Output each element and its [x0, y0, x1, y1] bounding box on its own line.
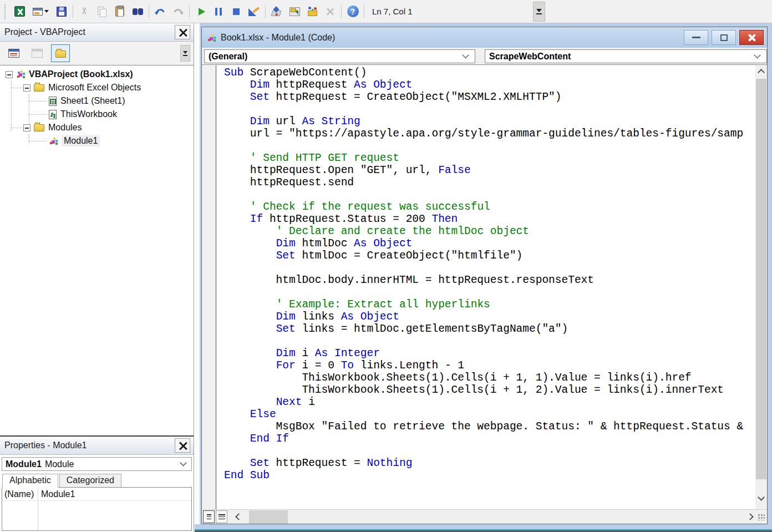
code-line: ThisWorkbook.Sheets(1).Cells(i + 1, 1).V…	[224, 372, 755, 384]
code-line: Dim url As String	[224, 115, 755, 128]
close-window-button[interactable]	[739, 30, 764, 45]
run-button[interactable]	[192, 3, 210, 21]
scroll-right-button[interactable]	[746, 513, 754, 520]
tab-categorized[interactable]: Categorized	[59, 474, 121, 488]
close-icon[interactable]	[175, 25, 190, 39]
overflow-underline	[536, 13, 542, 14]
project-tree: VBAProject (Book1.xlsx) Microsoft Excel …	[0, 65, 194, 435]
procedure-view-button[interactable]	[203, 510, 215, 523]
toolbar-overflow-button[interactable]	[533, 2, 545, 22]
object-name: Module1	[6, 459, 42, 469]
project-explorer-icon	[271, 7, 282, 17]
binoculars-icon	[132, 7, 144, 16]
view-microsoft-excel-button[interactable]	[11, 3, 28, 21]
code-line	[224, 286, 755, 298]
paste-button[interactable]	[111, 3, 129, 21]
close-icon[interactable]	[175, 438, 190, 453]
reset-button[interactable]	[227, 3, 245, 21]
procedure-dropdown-value: ScrapeWebContent	[489, 52, 571, 62]
code-window: Book1.xlsx - Module1 (Code) (General) Sc…	[201, 27, 768, 524]
copy-icon	[97, 7, 107, 17]
project-panel-title: Project - VBAProject	[4, 27, 85, 37]
workbook-icon	[49, 110, 57, 119]
chevron-down-icon	[754, 52, 761, 59]
property-row[interactable]: (Name) Module1	[2, 488, 191, 501]
project-explorer-button[interactable]	[268, 3, 286, 21]
undo-button[interactable]	[151, 3, 169, 21]
vertical-scrollbar-thumb[interactable]	[756, 79, 766, 479]
break-button[interactable]	[210, 3, 227, 21]
object-selector-dropdown[interactable]: Module1 Module	[2, 457, 192, 471]
vertical-scrollbar[interactable]	[755, 65, 767, 509]
property-value[interactable]: Module1	[38, 489, 75, 499]
code-editor-body: Sub ScrapeWebContent() Dim httpRequest A…	[202, 65, 767, 509]
main-toolbar: Ln 7, Col 1	[0, 0, 772, 23]
grid-column-divider[interactable]	[38, 488, 38, 530]
maximize-icon	[720, 34, 728, 41]
code-line: End Sub	[224, 469, 755, 482]
find-button[interactable]	[129, 3, 146, 21]
horizontal-scrollbar-thumb[interactable]	[249, 510, 288, 524]
view-code-button[interactable]	[4, 44, 23, 62]
toolbar-grip[interactable]	[4, 4, 7, 19]
help-button[interactable]	[344, 3, 362, 21]
tree-item-modules[interactable]: Modules	[0, 121, 194, 134]
code-line: Set httpRequest = CreateObject("MSXML2.X…	[224, 91, 755, 103]
code-line: ' Example: Extract all hyperlinks	[224, 298, 755, 311]
properties-window-button[interactable]	[286, 3, 303, 21]
worksheet-icon	[49, 97, 57, 106]
left-dock: Project - VBAProject VBAProjec	[0, 23, 194, 532]
project-toolbar-overflow-button[interactable]	[180, 45, 190, 62]
tree-item-vbaproject[interactable]: VBAProject (Book1.xlsx)	[0, 68, 194, 81]
maximize-button[interactable]	[712, 30, 736, 45]
collapse-icon[interactable]	[23, 84, 31, 92]
tree-item-thisworkbook[interactable]: ThisWorkbook	[0, 108, 194, 121]
scroll-left-button[interactable]	[235, 513, 242, 520]
run-icon	[199, 8, 205, 16]
scroll-down-button[interactable]	[755, 495, 767, 506]
vba-project-icon	[16, 70, 25, 79]
object-type: Module	[45, 459, 74, 469]
code-line	[224, 189, 755, 201]
design-mode-button[interactable]	[245, 3, 263, 21]
dock-splitter[interactable]	[195, 23, 200, 524]
minimize-button[interactable]	[684, 30, 708, 45]
code-line	[224, 335, 755, 347]
collapse-icon[interactable]	[23, 124, 31, 131]
tree-item-excel-objects[interactable]: Microsoft Excel Objects	[0, 81, 194, 94]
tree-item-module1[interactable]: Module1	[0, 134, 194, 148]
full-module-view-button[interactable]	[216, 510, 227, 523]
code-window-bottom-bar	[202, 509, 767, 524]
copy-button	[93, 3, 111, 21]
module-icon	[207, 33, 216, 42]
save-button[interactable]	[53, 3, 70, 21]
object-browser-button[interactable]	[303, 3, 321, 21]
code-line: If httpRequest.Status = 200 Then	[224, 213, 755, 225]
procedure-dropdown[interactable]: ScrapeWebContent	[485, 49, 767, 63]
code-line: MsgBox "Failed to retrieve the webpage. …	[224, 420, 755, 433]
view-code-icon	[8, 49, 19, 58]
full-module-view-icon	[219, 514, 225, 519]
code-line: Set htmlDoc = CreateObject("htmlfile")	[224, 250, 755, 262]
overflow-underline	[183, 55, 187, 56]
collapse-icon[interactable]	[6, 71, 13, 78]
code-window-titlebar[interactable]: Book1.xlsx - Module1 (Code)	[202, 27, 767, 48]
toolbar-separator	[73, 5, 73, 18]
scroll-up-button[interactable]	[755, 67, 767, 78]
resize-grip[interactable]	[757, 513, 765, 520]
paste-icon	[115, 6, 124, 17]
code-line: Set links = htmlDoc.getElementsByTagName…	[224, 323, 755, 335]
tree-item-label: ThisWorkbook	[60, 109, 117, 119]
tab-alphabetic[interactable]: Alphabetic	[2, 474, 58, 488]
insert-userform-button[interactable]	[28, 3, 53, 21]
code-window-title: Book1.xlsx - Module1 (Code)	[221, 33, 335, 43]
code-editor[interactable]: Sub ScrapeWebContent() Dim httpRequest A…	[217, 65, 755, 509]
code-line: ThisWorkbook.Sheets(1).Cells(i + 1, 2).V…	[224, 384, 755, 396]
undo-icon	[154, 6, 166, 17]
tree-item-sheet1[interactable]: Sheet1 (Sheet1)	[0, 94, 194, 108]
object-dropdown[interactable]: (General)	[204, 49, 475, 63]
toolbox-button	[321, 3, 339, 21]
tree-item-label: Module1	[62, 135, 100, 146]
toggle-folders-button[interactable]	[51, 44, 70, 62]
breakpoint-margin[interactable]	[202, 65, 216, 509]
